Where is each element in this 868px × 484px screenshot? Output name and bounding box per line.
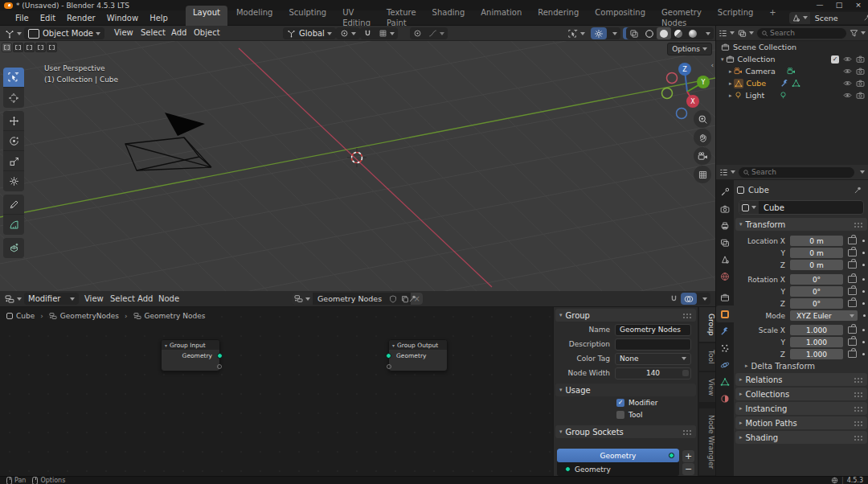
motion-paths-panel-header[interactable]: ▸Motion Paths — [735, 416, 867, 429]
tab-scene[interactable] — [716, 251, 734, 268]
scale-x-field[interactable]: 1.000 — [790, 325, 843, 335]
lock-icon[interactable] — [848, 288, 857, 295]
outliner-row-camera[interactable]: ▸ Camera — [716, 65, 868, 77]
shading-panel-header[interactable]: ▸Shading — [735, 431, 867, 444]
node-tree-pin-icon[interactable] — [408, 294, 417, 303]
rotation-z-field[interactable]: 0° — [790, 298, 843, 309]
hide-eye-icon[interactable] — [843, 79, 852, 88]
properties-search[interactable] — [739, 167, 854, 178]
virtual-output-socket[interactable] — [217, 364, 222, 369]
proportional-edit-toggle[interactable] — [410, 27, 425, 39]
shading-wireframe-button[interactable] — [642, 27, 657, 39]
outliner-search[interactable] — [757, 28, 846, 39]
camera-view-button[interactable] — [694, 147, 711, 165]
object-browse-button[interactable] — [739, 201, 759, 214]
shading-solid-button[interactable] — [657, 27, 671, 39]
tab-render[interactable] — [716, 200, 734, 217]
remove-socket-button[interactable]: − — [682, 463, 694, 475]
group-panel-header[interactable]: ▾ Group — [555, 309, 696, 322]
lock-icon[interactable] — [848, 338, 857, 346]
breadcrumb-object-name[interactable]: Cube — [748, 186, 769, 195]
lock-icon[interactable] — [848, 237, 857, 244]
lock-icon[interactable] — [848, 326, 857, 334]
panel-grip-icon[interactable] — [854, 406, 863, 412]
description-field[interactable] — [615, 338, 691, 351]
viewport-menu-object[interactable]: Object — [188, 26, 226, 40]
animate-dot[interactable] — [862, 264, 865, 266]
sidebar-tab-node-wrangler[interactable]: Node Wrangler — [699, 408, 715, 475]
socket-list-item[interactable]: Geometry — [557, 462, 679, 476]
disable-render-icon[interactable] — [856, 67, 865, 76]
lock-icon[interactable] — [848, 300, 857, 307]
menu-file[interactable]: File — [10, 10, 35, 26]
panel-grip-icon[interactable] — [682, 313, 692, 318]
geometry-node-editor[interactable]: Modifier View Select Add Node Geometry N… — [0, 291, 715, 476]
node-editor-type-button[interactable] — [3, 293, 23, 305]
socket-list-item-selected[interactable]: Geometry — [557, 449, 679, 462]
breadcrumb-object[interactable]: Cube — [16, 312, 35, 320]
scale-z-field[interactable]: 1.000 — [790, 349, 843, 359]
group-name-field[interactable]: Geometry Nodes — [615, 324, 691, 336]
instancing-panel-header[interactable]: ▸Instancing — [735, 402, 867, 415]
select-mode-new[interactable] — [2, 43, 12, 52]
tool-move[interactable] — [3, 111, 24, 131]
animate-dot[interactable] — [862, 240, 865, 242]
sidebar-tab-group[interactable]: Group — [699, 307, 715, 342]
node-tree-browse-button[interactable] — [292, 293, 313, 305]
panel-grip-icon[interactable] — [854, 435, 863, 441]
shading-rendered-button[interactable] — [686, 27, 700, 39]
scene-pin-icon[interactable] — [862, 12, 868, 24]
pin-icon[interactable] — [854, 186, 862, 195]
transform-panel-header[interactable]: ▾ Transform — [735, 218, 867, 231]
disable-render-icon[interactable] — [856, 55, 865, 64]
node-overlays-toggle[interactable] — [681, 293, 697, 305]
network-globe-icon[interactable] — [831, 477, 838, 484]
sidebar-tab-view[interactable]: View — [699, 372, 715, 402]
animate-dot[interactable] — [863, 314, 866, 317]
animate-dot[interactable] — [862, 341, 865, 343]
node-width-extra-icon[interactable] — [682, 370, 689, 376]
menu-help[interactable]: Help — [144, 10, 174, 26]
tab-collection[interactable] — [716, 289, 734, 306]
menu-render[interactable]: Render — [61, 10, 101, 26]
disable-render-icon[interactable] — [856, 91, 865, 100]
group-input-node[interactable]: ▾Group Input Geometry — [161, 339, 220, 371]
fake-user-shield-icon[interactable] — [387, 293, 399, 305]
location-x-field[interactable]: 0 m — [790, 236, 843, 246]
tab-tool[interactable] — [716, 183, 734, 200]
sidebar-tab-tool[interactable]: Tool — [699, 343, 715, 370]
collections-panel-header[interactable]: ▸Collections — [735, 388, 867, 400]
node-snap-toggle[interactable] — [666, 293, 682, 305]
tool-rotate[interactable] — [3, 131, 24, 151]
outliner-row-collection[interactable]: ▾ Collection ✓ — [716, 53, 868, 65]
add-socket-button[interactable]: + — [682, 450, 694, 462]
tab-material[interactable] — [716, 390, 734, 407]
node-overlay-options-button[interactable] — [697, 293, 710, 305]
minimize-button[interactable]: — — [810, 0, 829, 10]
pivot-point-selector[interactable] — [336, 27, 360, 39]
gizmo-options-button[interactable] — [607, 27, 620, 39]
color-tag-dropdown[interactable]: None — [615, 353, 691, 365]
tab-modifiers[interactable] — [716, 322, 734, 339]
hide-eye-icon[interactable] — [843, 67, 852, 76]
disclosure-open-icon[interactable]: ▾ — [721, 56, 724, 63]
node-tree-name[interactable]: Geometry Nodes — [313, 294, 387, 303]
object-type-visibility[interactable] — [565, 27, 588, 39]
outliner-row-cube[interactable]: ▸ Cube — [716, 77, 868, 89]
tool-transform[interactable] — [3, 171, 24, 191]
disclosure-closed-icon[interactable]: ▸ — [729, 92, 732, 99]
editor-type-button[interactable] — [3, 27, 23, 39]
outliner-search-input[interactable] — [768, 28, 842, 38]
pan-hand-button[interactable] — [694, 129, 711, 146]
tool-annotate[interactable] — [3, 195, 24, 215]
tool-checkbox-row[interactable]: Tool — [554, 408, 698, 420]
animate-dot[interactable] — [862, 302, 865, 305]
modifier-checkbox-row[interactable]: ✓ Modifier — [554, 396, 698, 408]
tool-tweak-select[interactable] — [3, 68, 24, 88]
geometry-input-socket[interactable] — [386, 353, 391, 359]
menu-window[interactable]: Window — [101, 10, 144, 26]
falloff-selector[interactable] — [425, 27, 448, 39]
properties-options-caret[interactable] — [860, 170, 865, 174]
snap-options-button[interactable] — [375, 27, 398, 39]
outliner-display-mode-icon[interactable] — [738, 29, 754, 38]
